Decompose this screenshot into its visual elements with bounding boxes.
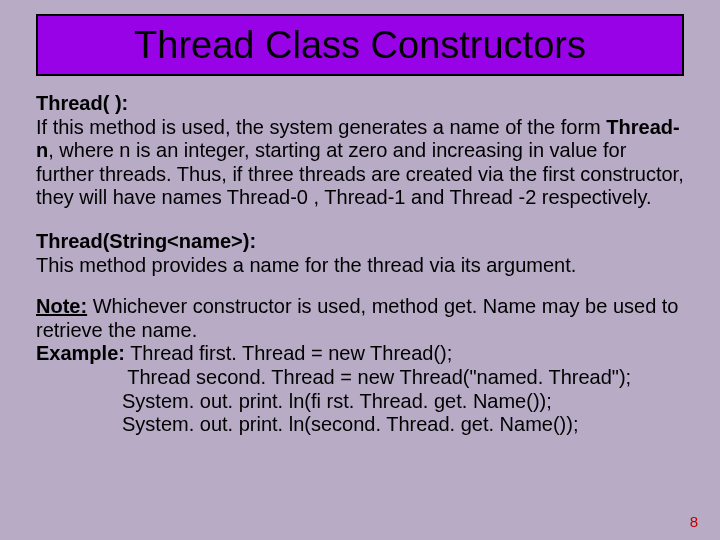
example-label: Example: (36, 342, 125, 364)
example-code-lines: Thread second. Thread = new Thread("name… (122, 366, 684, 437)
example-code-2: Thread second. Thread = new Thread("name… (122, 366, 684, 390)
constructor-noarg-text-2: , where n is an integer, starting at zer… (36, 139, 684, 208)
body-content: Thread( ): If this method is used, the s… (36, 92, 684, 437)
slide-title: Thread Class Constructors (134, 24, 586, 67)
title-bar: Thread Class Constructors (36, 14, 684, 76)
constructor-noarg-block: Thread( ): If this method is used, the s… (36, 92, 684, 210)
example-code-1: Thread first. Thread = new Thread(); (125, 342, 452, 364)
example-code-4: System. out. print. ln(second. Thread. g… (122, 413, 684, 437)
constructor-string-heading: Thread(String<name>): (36, 230, 256, 252)
constructor-string-text: This method provides a name for the thre… (36, 254, 576, 276)
note-text: Whichever constructor is used, method ge… (36, 295, 679, 341)
note-example-block: Note: Whichever constructor is used, met… (36, 295, 684, 437)
slide: Thread Class Constructors Thread( ): If … (0, 0, 720, 540)
constructor-noarg-heading: Thread( ): (36, 92, 128, 114)
example-code-3: System. out. print. ln(fi rst. Thread. g… (122, 390, 684, 414)
constructor-noarg-text-1: If this method is used, the system gener… (36, 116, 606, 138)
page-number: 8 (690, 513, 698, 530)
note-label: Note: (36, 295, 87, 317)
constructor-string-block: Thread(String<name>): This method provid… (36, 230, 684, 277)
